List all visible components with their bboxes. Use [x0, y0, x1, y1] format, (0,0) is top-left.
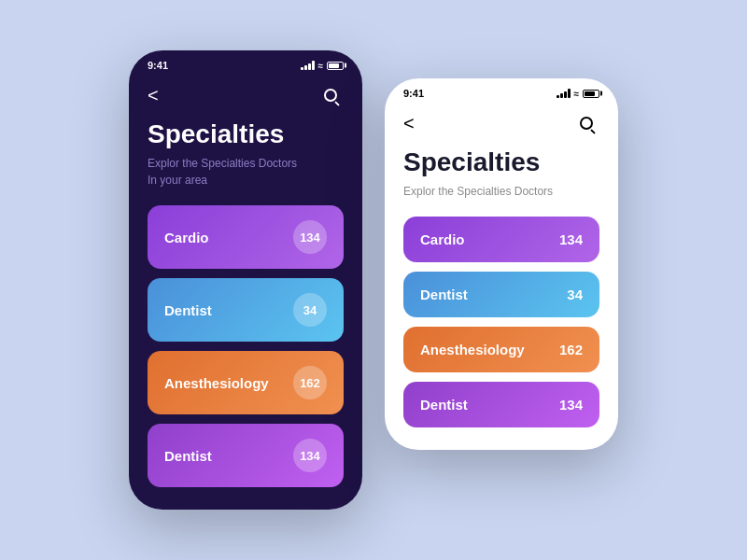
- search-button-light[interactable]: [573, 110, 599, 136]
- card-dentist2-dark[interactable]: Dentist 134: [148, 424, 344, 487]
- page-title-dark: Specialties: [148, 119, 344, 149]
- card-label: Anesthesiology: [164, 375, 269, 391]
- card-label: Dentist: [420, 287, 468, 302]
- dark-header-row: <: [148, 82, 344, 108]
- light-screen-content: < Specialties Explor the Specialties Doc…: [385, 103, 618, 450]
- card-count: 162: [559, 342, 583, 357]
- search-icon-dark: [324, 89, 337, 102]
- status-bar-light: 9:41 ≈: [385, 78, 618, 103]
- status-icons-light: ≈: [557, 89, 600, 99]
- card-count: 34: [567, 287, 583, 302]
- card-count: 162: [293, 366, 327, 399]
- page-title-light: Specialties: [403, 147, 599, 177]
- wifi-icon-dark: ≈: [318, 61, 324, 71]
- back-button-light[interactable]: <: [403, 113, 415, 134]
- card-label: Dentist: [420, 397, 468, 413]
- wifi-icon-light: ≈: [574, 89, 580, 99]
- card-cardio-dark[interactable]: Cardio 134: [148, 205, 344, 269]
- card-label: Dentist: [164, 448, 212, 464]
- battery-icon-dark: [327, 62, 344, 70]
- card-dentist2-light[interactable]: Dentist 134: [403, 382, 599, 427]
- time-dark: 9:41: [148, 60, 168, 71]
- search-icon-light: [580, 117, 593, 130]
- light-header-row: <: [403, 110, 599, 136]
- light-phone: 9:41 ≈ < Specialti: [385, 78, 618, 450]
- dark-screen-content: < Specialties Explor the Specialties Doc…: [129, 75, 362, 510]
- cards-list-light: Cardio 134 Dentist 34 Anesthesiology 162…: [403, 217, 599, 427]
- status-bar-dark: 9:41 ≈: [129, 50, 362, 75]
- card-count: 134: [293, 439, 327, 472]
- search-button-dark[interactable]: [317, 82, 344, 108]
- card-cardio-light[interactable]: Cardio 134: [403, 217, 599, 262]
- card-anesthesia-light[interactable]: Anesthesiology 162: [403, 327, 599, 372]
- card-count: 34: [293, 293, 327, 327]
- card-label: Dentist: [164, 302, 212, 318]
- card-label: Cardio: [164, 230, 209, 245]
- card-label: Cardio: [420, 231, 465, 247]
- cards-list-dark: Cardio 134 Dentist 34 Anesthesiology 162…: [148, 205, 344, 487]
- signal-icon-light: [557, 89, 571, 98]
- screens-container: 9:41 ≈ < Specialti: [129, 50, 618, 510]
- card-anesthesia-dark[interactable]: Anesthesiology 162: [148, 351, 344, 414]
- page-subtitle-light: Explor the Specialties Doctors: [403, 183, 599, 200]
- back-button-dark[interactable]: <: [148, 85, 159, 106]
- signal-icon-dark: [301, 61, 315, 70]
- card-label: Anesthesiology: [420, 342, 525, 357]
- card-count: 134: [559, 231, 583, 247]
- page-subtitle-dark: Explor the Specialties DoctorsIn your ar…: [148, 155, 344, 189]
- card-count: 134: [293, 220, 327, 254]
- dark-phone: 9:41 ≈ < Specialti: [129, 50, 362, 510]
- card-dentist1-light[interactable]: Dentist 34: [403, 272, 599, 317]
- card-dentist1-dark[interactable]: Dentist 34: [148, 278, 344, 342]
- time-light: 9:41: [403, 88, 424, 99]
- card-count: 134: [559, 397, 583, 413]
- status-icons-dark: ≈: [301, 61, 345, 71]
- battery-icon-light: [583, 90, 599, 98]
